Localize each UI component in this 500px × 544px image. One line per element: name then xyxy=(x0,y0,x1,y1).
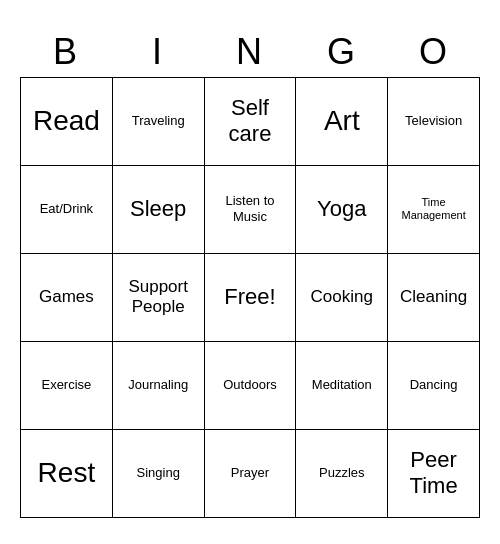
cell-r3-c3: Meditation xyxy=(296,342,388,430)
cell-label: Meditation xyxy=(312,377,372,393)
cell-label: Games xyxy=(39,287,94,307)
cell-label: Prayer xyxy=(231,465,269,481)
cell-r0-c0: Read xyxy=(21,78,113,166)
cell-r4-c0: Rest xyxy=(21,430,113,518)
bingo-card: BINGO ReadTravelingSelf careArtTelevisio… xyxy=(20,27,480,518)
cell-label: Self care xyxy=(209,95,292,148)
cell-label: Art xyxy=(324,104,360,138)
cell-r1-c1: Sleep xyxy=(113,166,205,254)
cell-r1-c3: Yoga xyxy=(296,166,388,254)
cell-label: Singing xyxy=(137,465,180,481)
cell-r1-c0: Eat/Drink xyxy=(21,166,113,254)
cell-r0-c1: Traveling xyxy=(113,78,205,166)
cell-label: Cleaning xyxy=(400,287,467,307)
header-letter: N xyxy=(204,27,296,77)
cell-r4-c4: Peer Time xyxy=(388,430,480,518)
cell-r4-c2: Prayer xyxy=(205,430,297,518)
cell-r0-c4: Television xyxy=(388,78,480,166)
bingo-header: BINGO xyxy=(20,27,480,77)
cell-r3-c2: Outdoors xyxy=(205,342,297,430)
cell-label: Support People xyxy=(117,277,200,318)
cell-label: Peer Time xyxy=(392,447,475,500)
cell-r0-c2: Self care xyxy=(205,78,297,166)
bingo-grid: ReadTravelingSelf careArtTelevisionEat/D… xyxy=(20,77,480,518)
cell-r4-c1: Singing xyxy=(113,430,205,518)
cell-label: Puzzles xyxy=(319,465,365,481)
header-letter: O xyxy=(388,27,480,77)
cell-label: Time Management xyxy=(392,196,475,222)
cell-r2-c1: Support People xyxy=(113,254,205,342)
cell-label: Eat/Drink xyxy=(40,201,93,217)
cell-r1-c2: Listen to Music xyxy=(205,166,297,254)
header-letter: I xyxy=(112,27,204,77)
cell-r1-c4: Time Management xyxy=(388,166,480,254)
cell-r2-c4: Cleaning xyxy=(388,254,480,342)
cell-label: Read xyxy=(33,104,100,138)
cell-r4-c3: Puzzles xyxy=(296,430,388,518)
cell-label: Television xyxy=(405,113,462,129)
cell-label: Journaling xyxy=(128,377,188,393)
cell-r2-c3: Cooking xyxy=(296,254,388,342)
cell-label: Listen to Music xyxy=(209,193,292,224)
header-letter: B xyxy=(20,27,112,77)
cell-label: Yoga xyxy=(317,196,366,222)
cell-label: Outdoors xyxy=(223,377,276,393)
cell-label: Cooking xyxy=(311,287,373,307)
cell-label: Traveling xyxy=(132,113,185,129)
cell-r3-c4: Dancing xyxy=(388,342,480,430)
cell-label: Rest xyxy=(38,456,96,490)
cell-label: Exercise xyxy=(41,377,91,393)
cell-label: Dancing xyxy=(410,377,458,393)
cell-r2-c0: Games xyxy=(21,254,113,342)
cell-r3-c1: Journaling xyxy=(113,342,205,430)
cell-label: Free! xyxy=(224,284,275,310)
cell-label: Sleep xyxy=(130,196,186,222)
header-letter: G xyxy=(296,27,388,77)
cell-r2-c2: Free! xyxy=(205,254,297,342)
cell-r0-c3: Art xyxy=(296,78,388,166)
cell-r3-c0: Exercise xyxy=(21,342,113,430)
